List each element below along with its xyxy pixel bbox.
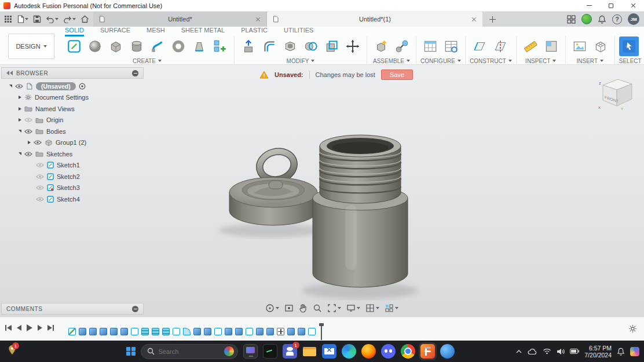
onedrive-cloud-icon[interactable] (528, 348, 537, 355)
taskbar-app-firefox-icon[interactable] (361, 344, 376, 359)
taskbar-app-chrome-icon[interactable] (401, 344, 415, 359)
model-canister-3d[interactable] (174, 70, 498, 319)
loft-button[interactable] (189, 36, 209, 56)
create-sketch-button[interactable] (64, 36, 84, 56)
expander-closed-icon[interactable] (28, 141, 31, 144)
construction-axis-button[interactable] (491, 36, 510, 56)
notification-center-bell-icon[interactable] (617, 348, 625, 356)
search-highlights-icon[interactable] (224, 346, 234, 356)
timeline-item-feature[interactable] (235, 328, 243, 335)
move-button[interactable] (343, 36, 363, 56)
group-label-construct[interactable]: CONSTRUCT (470, 57, 512, 65)
tree-row-sketches[interactable]: Sketches (1, 148, 144, 160)
tree-row-origin[interactable]: Origin (1, 115, 144, 126)
timeline-item-feature[interactable] (256, 328, 264, 335)
visibility-eye-icon[interactable] (15, 83, 23, 89)
taskbar-app-teams-icon[interactable]: 1 (283, 344, 297, 359)
timeline-item-sketch-pencil[interactable] (68, 328, 76, 335)
taskbar-clock[interactable]: 6:57 PM 7/20/2024 (584, 345, 612, 359)
visibility-eye-icon[interactable] (24, 129, 32, 134)
timeline-item-layers[interactable] (152, 328, 159, 335)
document-tab-untitled[interactable]: Untitled* (93, 12, 267, 27)
pan-button[interactable] (299, 304, 308, 313)
panel-minimize-icon[interactable] (132, 70, 138, 76)
tree-row-sketch2[interactable]: Sketch2 (1, 171, 144, 182)
data-panel-button[interactable] (2, 13, 14, 25)
viewport-3d[interactable]: Unsaved: Changes may be lost Save BROWSE… (0, 65, 644, 317)
look-at-button[interactable] (284, 304, 294, 313)
timeline-item-sketch[interactable] (246, 328, 253, 335)
timeline-item-feature[interactable] (225, 328, 232, 335)
section-analysis-button[interactable] (541, 36, 561, 56)
timeline-item-layers[interactable] (162, 328, 170, 335)
skip-to-end-icon[interactable] (47, 324, 54, 331)
timeline-item-feature[interactable] (100, 328, 107, 335)
tab-close-icon[interactable] (255, 17, 261, 22)
timeline-item-feature[interactable] (287, 328, 295, 335)
tree-row-document-settings[interactable]: Document Settings (1, 92, 144, 104)
configuration-table-button[interactable] (441, 36, 461, 56)
orbit-button[interactable] (265, 304, 279, 313)
expander-open-icon[interactable] (19, 152, 21, 155)
joint-button[interactable] (392, 36, 412, 56)
tree-row-bodies[interactable]: Bodies (1, 126, 144, 137)
browser-header[interactable]: BROWSER (1, 67, 144, 79)
taskbar-app-fusion-icon[interactable] (420, 344, 435, 359)
visibility-eye-icon[interactable] (34, 140, 42, 145)
timeline-item-sketch[interactable] (214, 328, 222, 335)
close-button[interactable] (622, 0, 644, 12)
step-back-icon[interactable] (16, 324, 22, 331)
group-label-create[interactable]: CREATE (64, 57, 230, 65)
tray-chevron-up-icon[interactable] (515, 349, 522, 354)
taskbar-app-file-explorer-icon[interactable] (302, 344, 317, 359)
timeline-item-layers[interactable] (141, 328, 149, 335)
undo-button[interactable] (44, 13, 60, 25)
save-quick-button[interactable] (31, 13, 43, 25)
select-button[interactable] (619, 36, 639, 56)
battery-icon[interactable] (570, 349, 579, 354)
cylinder-button[interactable] (127, 36, 147, 56)
zoom-button[interactable] (313, 304, 322, 313)
collapse-panel-icon[interactable] (6, 71, 13, 75)
timeline-item-feature[interactable] (193, 328, 201, 335)
expander-open-icon[interactable] (9, 85, 12, 87)
root-document-label[interactable]: (Unsaved) (36, 82, 76, 90)
taskbar-app-code-editor-icon[interactable] (263, 344, 277, 359)
shell-button[interactable] (280, 36, 300, 56)
viewports-button[interactable] (385, 304, 398, 313)
new-tab-button[interactable] (486, 13, 499, 25)
file-menu-button[interactable] (15, 13, 30, 25)
taskbar-app-mail-icon[interactable] (322, 344, 336, 359)
tray-widget-icon[interactable] (630, 347, 639, 356)
visibility-eye-icon[interactable] (24, 151, 32, 157)
help-icon[interactable] (612, 14, 622, 24)
insert-canvas-button[interactable] (570, 36, 590, 56)
timeline-item-sketch[interactable] (131, 328, 138, 335)
tree-row-sketch1[interactable]: Sketch1 (1, 160, 144, 171)
expander-open-icon[interactable] (19, 130, 21, 133)
timeline-item-feature[interactable] (79, 328, 86, 335)
panel-minimize-icon[interactable] (132, 306, 138, 312)
timeline-item-move[interactable] (277, 328, 284, 335)
measure-button[interactable] (521, 36, 540, 56)
ribbon-tab-surface[interactable]: SURFACE (100, 27, 130, 35)
taskbar-app-discord-icon[interactable] (381, 344, 396, 359)
timeline-item-feature[interactable] (266, 328, 274, 335)
press-pull-button[interactable] (239, 36, 258, 56)
play-icon[interactable] (26, 324, 33, 332)
taskbar-app-photos-icon[interactable] (440, 344, 455, 359)
expander-closed-icon[interactable] (19, 107, 21, 111)
grid-layout-button[interactable] (365, 304, 379, 313)
create-form-button[interactable] (85, 36, 105, 56)
fillet-button[interactable] (259, 36, 279, 56)
redo-button[interactable] (61, 13, 78, 25)
timeline-item-feature[interactable] (89, 328, 97, 335)
tree-row-root[interactable]: (Unsaved) (1, 81, 144, 92)
wifi-icon[interactable] (543, 348, 551, 354)
configure-button[interactable] (420, 36, 440, 56)
job-status-icon[interactable] (581, 14, 592, 24)
visibility-eye-icon[interactable] (36, 196, 44, 202)
display-settings-button[interactable] (346, 304, 360, 313)
activate-component-icon[interactable] (79, 83, 86, 90)
document-tab-untitled-1[interactable]: Untitled*(1) (267, 12, 482, 27)
